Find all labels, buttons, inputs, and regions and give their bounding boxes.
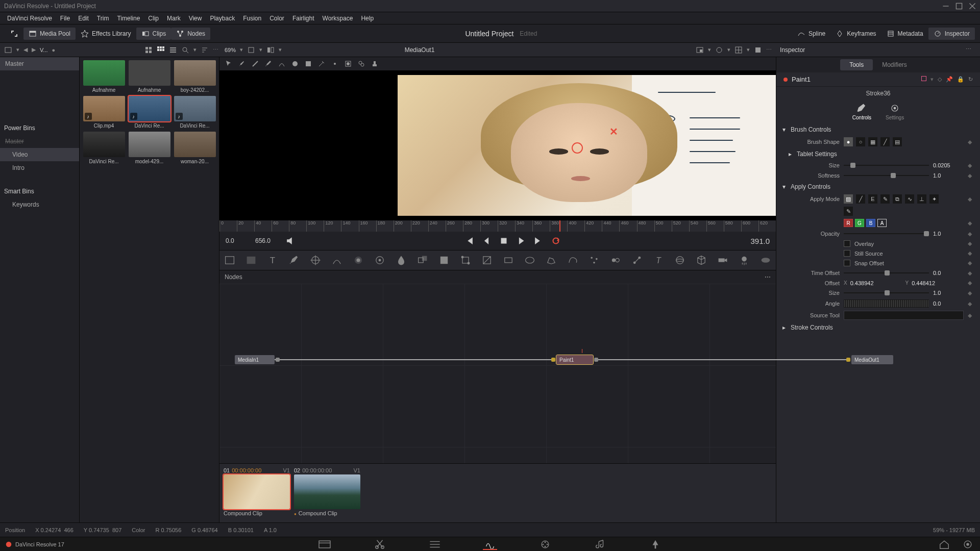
keyframe-diamond[interactable]: ◆ [968,196,973,203]
keyframe-diamond[interactable]: ◆ [968,220,973,227]
clip-item[interactable]: Aufnahme [83,60,125,93]
tab-settings[interactable]: Settings [886,103,904,120]
opacity-slider[interactable] [844,230,929,237]
particles-icon[interactable] [588,254,600,266]
page-fairlight[interactable] [593,539,607,550]
settings-button[interactable] [961,539,975,550]
tab-tools[interactable]: Tools [840,59,873,70]
tracker-tool-icon[interactable] [309,254,322,266]
audio-toggle-icon[interactable] [285,235,296,246]
zoom-level[interactable]: 69% [225,47,236,53]
clip-item[interactable]: DaVinci Re... [83,132,125,164]
mode-emboss[interactable]: E [868,194,877,204]
subview-icon[interactable] [696,46,704,54]
page-fusion[interactable] [483,539,497,550]
keyframe-diamond[interactable]: ◆ [968,162,973,169]
clip-item[interactable]: boy-24202... [174,60,216,93]
loop-button[interactable] [550,235,561,246]
pen-icon[interactable] [264,60,273,68]
menu-fusion[interactable]: Fusion [239,15,265,22]
size-value[interactable]: 0.0205 [933,162,964,168]
home-button[interactable] [937,539,951,550]
ellipse-mask-icon[interactable] [524,254,536,266]
group-brush-controls[interactable]: ▾Brush Controls [776,123,980,136]
light-icon[interactable] [738,254,750,266]
square-tool-icon[interactable] [304,60,312,68]
roi-icon[interactable] [715,46,723,54]
channel-g[interactable]: G [855,219,864,227]
inspector-button[interactable]: Inspector [928,28,975,40]
smart-bins-header[interactable]: Smart Bins [0,185,79,198]
param-still-source[interactable]: Still Source◆ [776,248,980,258]
text3d-icon[interactable]: T [652,254,665,266]
viewer-canvas[interactable]: ✕ [219,70,776,220]
polygon-mask-icon[interactable] [545,254,557,266]
bin-intro[interactable]: Intro [0,161,79,174]
camera3d-icon[interactable] [717,254,729,266]
nodes-menu-icon[interactable]: ⋯ [765,273,771,281]
prender-icon[interactable] [609,254,622,266]
clip-item[interactable]: model-429... [128,132,170,164]
disable-icon[interactable] [921,76,926,81]
channel-b[interactable]: B [866,219,875,227]
node-paint[interactable]: Paint1 [556,355,593,364]
matte-tool-icon[interactable] [438,254,450,266]
fit-icon[interactable] [247,46,255,54]
keyframes-button[interactable]: Keyframes [830,28,881,40]
mode-wire[interactable]: ✦ [929,194,939,204]
brush-icon[interactable] [238,60,246,68]
size2-value[interactable]: 1.0 [933,290,964,296]
mode-stamp[interactable]: ⊥ [917,194,926,204]
versions-icon[interactable]: ◇ [938,76,942,83]
background-tool-icon[interactable] [224,254,236,266]
prev-frame-button[interactable] [481,235,492,246]
colorcorrect-tool-icon[interactable] [374,254,386,266]
size-slider[interactable] [844,162,929,169]
spline-button[interactable]: Spline [792,28,830,40]
time-offset-value[interactable]: 0.0 [933,270,964,276]
menu-view[interactable]: View [185,15,206,22]
channel-r[interactable]: R [844,219,853,227]
menu-help[interactable]: Help [357,15,378,22]
transform-tool-icon[interactable] [459,254,472,266]
offset-y-value[interactable]: 0.448412 [912,280,964,286]
opacity-value[interactable]: 1.0 [933,231,964,237]
menu-edit[interactable]: Edit [74,15,93,22]
search-icon[interactable] [181,46,189,54]
list-view-icon[interactable] [169,46,177,54]
clips-button[interactable]: Clips [136,28,172,40]
tab-modifiers[interactable]: Modifiers [873,59,916,70]
menu-color[interactable]: Color [265,15,288,22]
effects-library-button[interactable]: Effects Library [76,28,136,40]
power-bins-header[interactable]: Power Bins [0,121,79,135]
menu-davinci[interactable]: DaVinci Resolve [3,15,56,22]
stop-button[interactable] [498,235,509,246]
play-button[interactable] [516,235,527,246]
dot-icon[interactable] [331,60,339,68]
mode-merge[interactable]: ⧉ [893,194,902,204]
mode-extra[interactable]: ✎ [844,207,853,216]
offset-x-value[interactable]: 0.438942 [850,280,902,286]
thumb-small-icon[interactable] [144,46,153,54]
clip-item[interactable]: Aufnahme [128,60,170,93]
bin-view-icon[interactable] [4,46,12,54]
media-pool-button[interactable]: Media Pool [23,28,76,40]
image3d-icon[interactable] [695,254,707,266]
shape-circle[interactable]: ○ [856,137,865,146]
wand-icon[interactable] [317,60,326,68]
param-overlay[interactable]: Overlay◆ [776,239,980,248]
last-frame-button[interactable] [533,235,544,246]
circle-tool-icon[interactable] [291,60,299,68]
single-view-icon[interactable] [754,46,762,54]
mode-erase[interactable]: ✎ [880,194,890,204]
sort-icon[interactable] [201,46,209,54]
shape3d-icon[interactable] [674,254,686,266]
menu-trim[interactable]: Trim [93,15,113,22]
group-tablet[interactable]: ▸Tablet Settings [776,148,980,160]
shape-line[interactable]: ╱ [880,137,890,146]
menu-file[interactable]: File [56,15,74,22]
path-tool-icon[interactable] [331,254,343,266]
bspline-mask-icon[interactable] [567,254,579,266]
size2-slider[interactable] [844,289,929,296]
penode-icon[interactable] [631,254,643,266]
